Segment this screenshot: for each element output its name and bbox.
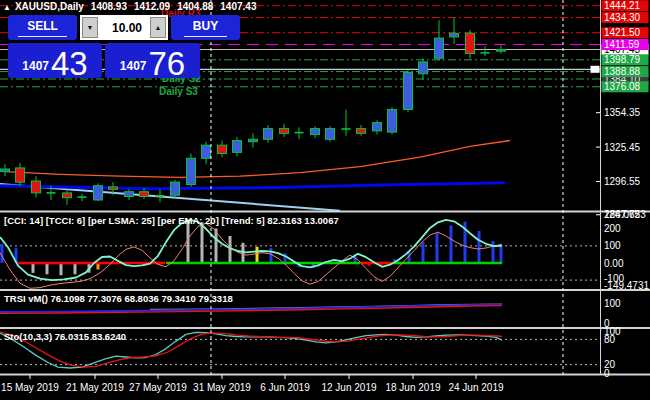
cci-scale-label: -149.4731: [604, 280, 649, 291]
candle-body: [202, 145, 211, 158]
candle-body: [125, 192, 134, 197]
cci-scale-label: 200: [604, 223, 621, 234]
stochastic-indicator-pane: [0, 332, 600, 368]
candle-doji-body: [295, 132, 304, 134]
price-badge-label: 1434.30: [604, 12, 641, 23]
trade-controls-row: SELL ▼ 10.00 ▲ BUY: [8, 15, 240, 40]
sell-price-small: 1407: [22, 59, 49, 73]
price-label: 1325.45: [604, 142, 641, 153]
price-label: 1354.35: [604, 107, 641, 118]
cci-histogram-bar: [436, 233, 439, 263]
cci-histogram-bar: [270, 248, 273, 263]
candle-body: [373, 123, 382, 131]
cci-scale-label: 0.00: [604, 258, 624, 269]
price-scale[interactable]: 1354.351325.451296.551267.651407.431384.…: [596, 0, 649, 378]
candle-body: [171, 182, 180, 195]
trsi-indicator-pane: [0, 304, 502, 313]
candle-body: [16, 168, 25, 182]
candle-body: [450, 33, 459, 37]
candle-doji-body: [481, 52, 490, 54]
candle-body: [32, 181, 41, 193]
time-label: 18 Jun 2019: [385, 382, 440, 393]
mt4-chart-window: 1354.351325.451296.551267.651407.431384.…: [0, 0, 650, 400]
candle-body: [435, 38, 444, 58]
price-badge-label: 1376.08: [604, 81, 641, 92]
cci-scale-label: 100: [604, 240, 621, 251]
cci-histogram-bar: [256, 247, 259, 263]
candle-doji-body: [342, 128, 351, 130]
time-label: 15 May 2019: [1, 382, 59, 393]
trade-prices-row: 1407 43 1407 76: [8, 43, 240, 78]
candle-doji-body: [47, 192, 56, 194]
price-alert-marker: [591, 66, 600, 73]
cci-histogram-bar: [422, 242, 425, 263]
cci-indicator-pane: [0, 220, 600, 288]
buy-button-label: BUY: [184, 19, 227, 37]
buy-price-small: 1407: [120, 59, 147, 73]
candle-body: [233, 141, 242, 153]
price-badge-label: 1411.59: [604, 39, 640, 50]
time-axis[interactable]: 15 May 201921 May 201927 May 201931 May …: [1, 375, 504, 393]
volume-stepper: ▼ 10.00 ▲: [80, 15, 168, 40]
price-badge-label: 1421.50: [604, 27, 641, 38]
candle-body: [218, 145, 227, 153]
candle-body: [404, 73, 413, 110]
sto-scale-label: 0: [604, 368, 610, 379]
cci-histogram-bar: [60, 263, 63, 275]
cci-histogram-bar: [46, 263, 49, 274]
buy-button[interactable]: BUY: [171, 15, 240, 40]
sto-scale-label: 80: [604, 334, 616, 345]
price-badge-label: 1398.79: [604, 54, 641, 65]
candle-doji-body: [156, 195, 165, 197]
candle-doji-body: [78, 196, 87, 198]
candle-body: [311, 129, 320, 135]
cci-histogram-bar: [478, 231, 481, 263]
one-click-trading-panel: SELL ▼ 10.00 ▲ BUY 1407 43 1407 76: [8, 15, 240, 78]
sell-price-panel[interactable]: 1407 43: [8, 43, 102, 78]
cci-histogram-bar: [450, 225, 453, 263]
cci-histogram-bar: [492, 241, 495, 263]
trsi-scale-label: 100: [604, 298, 621, 309]
candle-body: [357, 129, 366, 134]
price-label: 1296.55: [604, 176, 641, 187]
cci-scale-label: 284.0723: [604, 209, 646, 220]
cci-histogram-bar: [201, 222, 204, 263]
volume-decrease-button[interactable]: ▼: [82, 17, 98, 38]
time-label: 24 Jun 2019: [448, 382, 503, 393]
candle-body: [326, 129, 335, 140]
candle-body: [140, 192, 149, 197]
candle-body: [109, 187, 118, 189]
candle-body: [264, 129, 273, 140]
sell-button-label: SELL: [18, 19, 67, 37]
candle-body: [63, 193, 72, 198]
sto-k-line: [0, 332, 502, 368]
price-badge-label: 1444.21: [604, 0, 641, 11]
candle-body: [466, 33, 475, 53]
cci-histogram-bar: [500, 246, 503, 263]
time-label: 21 May 2019: [66, 382, 124, 393]
candle-body: [94, 186, 103, 200]
time-label: 12 Jun 2019: [321, 382, 376, 393]
sell-button[interactable]: SELL: [8, 15, 77, 40]
time-label: 31 May 2019: [193, 382, 251, 393]
ma-blue: [0, 183, 505, 189]
sell-price-big: 43: [51, 49, 88, 79]
candle-body: [280, 129, 289, 134]
time-label: 6 Jun 2019: [260, 382, 310, 393]
candle-body: [388, 110, 397, 133]
cci-histogram-bar: [32, 263, 35, 273]
candle-body: [419, 62, 428, 74]
buy-price-big: 76: [148, 49, 185, 79]
buy-price-panel[interactable]: 1407 76: [105, 43, 200, 78]
time-label: 27 May 2019: [129, 382, 187, 393]
volume-input[interactable]: 10.00: [98, 17, 150, 38]
candle-body: [187, 158, 196, 184]
candle-body: [497, 50, 506, 52]
candle-body: [1, 169, 10, 171]
cci-histogram-bar: [74, 263, 77, 274]
candle-body: [249, 139, 258, 141]
ma-orange: [0, 141, 510, 178]
volume-increase-button[interactable]: ▲: [150, 17, 166, 38]
price-badge-label: 1388.88: [604, 66, 641, 77]
